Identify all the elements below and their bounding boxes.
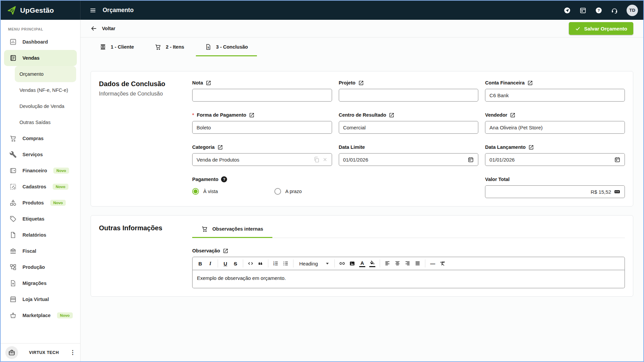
arrow-left-icon	[91, 25, 97, 32]
open-in-new-icon[interactable]	[206, 80, 211, 86]
bank-icon	[9, 247, 17, 255]
link-button[interactable]	[337, 258, 347, 268]
calendar-icon[interactable]	[468, 157, 474, 163]
menu-toggle-button[interactable]	[89, 7, 97, 14]
support-button[interactable]	[611, 7, 618, 14]
sidebar-item-produtos[interactable]: Produtos Novo	[4, 195, 77, 211]
field-forma-pagamento: * Forma de Pagamento	[192, 112, 332, 134]
ordered-list-button[interactable]	[271, 258, 281, 268]
tab-cliente[interactable]: 1 - Cliente	[91, 38, 143, 56]
card-title: Dados de Conclusão	[99, 80, 192, 88]
horizontal-rule-button[interactable]: —	[428, 258, 438, 268]
open-in-new-icon[interactable]	[389, 112, 394, 118]
strikethrough-button[interactable]: S	[230, 258, 240, 268]
sidebar-item-relatorios[interactable]: Relatórios	[4, 227, 77, 243]
help-button[interactable]	[595, 7, 602, 14]
text-color-button[interactable]: A	[357, 258, 367, 268]
calendar-icon[interactable]	[614, 157, 621, 163]
code-button[interactable]	[246, 258, 256, 268]
sidebar-item-cadastros[interactable]: Cadastros Novo	[4, 179, 77, 195]
sidebar-item-dashboard[interactable]: Dashboard	[4, 34, 77, 50]
centro-resultado-input[interactable]	[343, 125, 474, 130]
sidebar-item-orcamento[interactable]: Orçamento	[15, 66, 76, 82]
content: Dados de Conclusão Informações de Conclu…	[80, 56, 643, 361]
sidebar-item-fiscal[interactable]: Fiscal	[4, 243, 77, 259]
nota-input[interactable]	[197, 93, 328, 98]
projeto-input[interactable]	[343, 93, 474, 98]
toolbar-divider	[243, 259, 243, 267]
workflow-icon	[9, 263, 17, 271]
conta-financeira-input[interactable]	[489, 93, 621, 98]
topbar-main: Orçamento TD	[80, 1, 643, 20]
sidebar-item-outras-saidas[interactable]: Outras Saídas	[15, 114, 76, 130]
sidebar-item-migracoes[interactable]: Migrações	[4, 275, 77, 291]
company-avatar[interactable]	[5, 346, 18, 359]
novo-badge: Novo	[57, 312, 73, 318]
blockquote-button[interactable]	[256, 258, 266, 268]
clear-icon[interactable]	[322, 157, 328, 162]
italic-button[interactable]: I	[205, 258, 215, 268]
brand-area[interactable]: UpGestão	[1, 1, 80, 20]
copy-icon[interactable]	[313, 157, 320, 163]
calendar-button[interactable]	[579, 7, 587, 14]
globe-button[interactable]	[564, 7, 571, 14]
sidebar-item-servicos[interactable]: Serviços	[4, 146, 77, 163]
align-justify-icon	[415, 260, 421, 266]
data-lancamento-input[interactable]	[489, 157, 611, 163]
bold-button[interactable]: B	[195, 258, 205, 268]
sidebar-item-loja-virtual[interactable]: Loja Virtual	[4, 291, 77, 307]
back-button[interactable]: Voltar	[91, 25, 115, 32]
wallet-icon	[9, 167, 17, 174]
data-limite-input[interactable]	[343, 157, 465, 163]
radio-a-prazo[interactable]: A prazo	[274, 188, 302, 195]
sidebar-item-etiquetas[interactable]: Etiquetas	[4, 211, 77, 227]
categoria-input[interactable]	[197, 157, 311, 163]
tab-itens[interactable]: 2 - Itens	[146, 38, 193, 56]
open-in-new-icon[interactable]	[528, 144, 534, 150]
align-left-button[interactable]	[382, 258, 392, 268]
open-in-new-icon[interactable]	[358, 80, 364, 86]
more-options-icon: ⋮	[70, 349, 75, 356]
forma-pagamento-input[interactable]	[197, 125, 328, 130]
sidebar-item-marketplace[interactable]: Marketplace Novo	[4, 307, 77, 323]
align-center-button[interactable]	[392, 258, 402, 268]
fill-color-button[interactable]	[367, 258, 377, 268]
field-valor-total: Valor Total	[485, 176, 625, 198]
strikethrough-icon: S	[234, 261, 237, 266]
main-area: Voltar Salvar Orçamento 1 - Cliente 2 - …	[80, 20, 643, 361]
open-in-new-icon[interactable]	[217, 144, 223, 150]
heading-dropdown[interactable]: Heading	[296, 261, 332, 266]
bullet-list-button[interactable]	[281, 258, 291, 268]
vendedor-input[interactable]	[489, 125, 621, 130]
more-options-button[interactable]: ⋮	[70, 350, 75, 355]
sidebar-item-devolucao[interactable]: Devolução de Venda	[15, 98, 76, 114]
tab-observacoes-internas[interactable]: Observações internas	[192, 224, 272, 238]
sidebar-item-financeiro[interactable]: Financeiro Novo	[4, 163, 77, 179]
sidebar-item-producao[interactable]: Produção	[4, 259, 77, 275]
wrench-icon	[9, 151, 17, 158]
underline-button[interactable]: U	[220, 258, 230, 268]
radio-a-vista[interactable]: À vista	[192, 188, 218, 195]
observacao-editor[interactable]: Exemplo de observação em orçamento.	[192, 270, 625, 288]
edit-grid-icon	[9, 183, 17, 190]
field-conta-financeira: Conta Financeira	[485, 79, 625, 102]
open-in-new-icon[interactable]	[223, 248, 228, 254]
user-avatar[interactable]: TD	[627, 5, 638, 16]
valor-total-input[interactable]	[489, 189, 611, 195]
align-right-button[interactable]	[402, 258, 413, 268]
toolbar-divider	[268, 259, 268, 267]
open-in-new-icon[interactable]	[249, 112, 255, 118]
insert-image-button[interactable]	[347, 258, 357, 268]
tab-conclusao[interactable]: 3 - Conclusão	[196, 38, 257, 56]
sidebar-item-vendas[interactable]: Vendas	[4, 50, 77, 66]
sidebar-item-vendas-nfe[interactable]: Vendas (NF-e, NFC-e)	[15, 82, 76, 98]
align-justify-button[interactable]	[413, 258, 423, 268]
editor-toolbar: B I U S	[192, 257, 625, 270]
help-icon[interactable]: ?	[221, 176, 227, 182]
open-in-new-icon[interactable]	[510, 112, 516, 118]
data-limite-label: Data Limite	[339, 144, 365, 150]
open-in-new-icon[interactable]	[527, 80, 533, 86]
clear-format-button[interactable]	[438, 258, 448, 268]
save-budget-button[interactable]: Salvar Orçamento	[569, 22, 633, 35]
sidebar-item-compras[interactable]: Compras	[4, 130, 77, 146]
